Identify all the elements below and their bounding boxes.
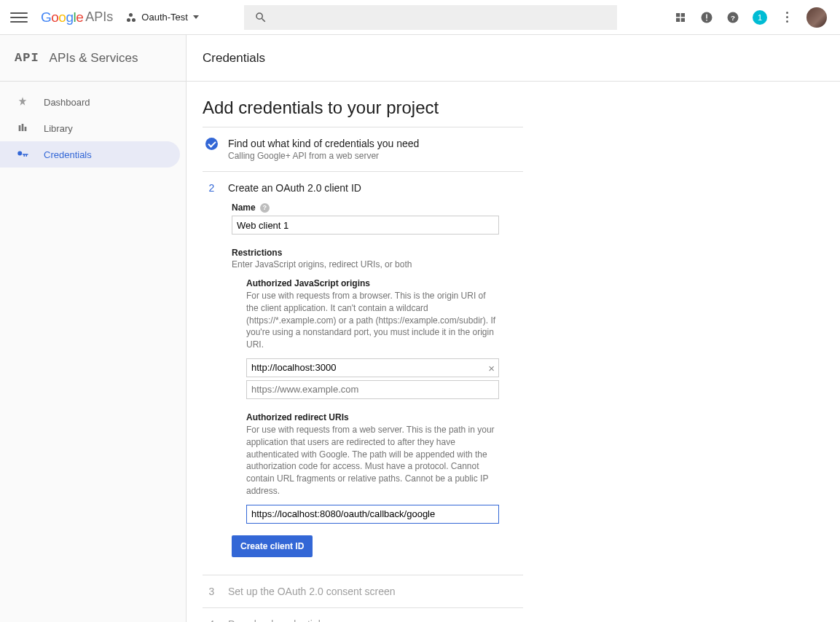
close-icon[interactable]: × xyxy=(488,362,495,374)
google-apis-logo[interactable]: Google APIs xyxy=(41,9,113,25)
check-icon xyxy=(205,138,218,150)
step-2-number: 2 xyxy=(205,182,218,194)
step-3-number: 3 xyxy=(205,586,218,597)
library-icon xyxy=(16,122,29,135)
redirect-label: Authorized redirect URIs xyxy=(246,412,520,422)
help-icon[interactable]: ? xyxy=(726,11,739,24)
sidebar-title: APIs & Services xyxy=(50,51,138,66)
step-3[interactable]: 3 Set up the OAuth 2.0 consent screen xyxy=(203,575,523,608)
svg-rect-2 xyxy=(706,20,707,21)
restrictions-help: Enter JavaScript origins, redirect URIs,… xyxy=(232,259,520,269)
notifications-badge[interactable]: 1 xyxy=(753,10,767,25)
page-header: Credentials xyxy=(187,35,840,82)
page-title: Credentials xyxy=(203,51,265,66)
search-icon xyxy=(254,11,267,24)
js-origins-help: For use with requests from a browser. Th… xyxy=(246,290,499,351)
sidebar-item-dashboard[interactable]: Dashboard xyxy=(0,89,186,115)
alert-icon[interactable] xyxy=(700,11,713,24)
page-heading: Add credentials to your project xyxy=(203,98,824,118)
js-origin-input-empty[interactable] xyxy=(246,380,499,399)
step-1-subtitle: Calling Google+ API from a web server xyxy=(228,151,419,161)
gift-icon[interactable] xyxy=(674,11,687,24)
credential-wizard: Find out what kind of credentials you ne… xyxy=(203,127,523,622)
sidebar-header: API APIs & Services xyxy=(0,35,186,82)
name-input[interactable] xyxy=(232,216,499,235)
more-icon[interactable] xyxy=(780,12,793,23)
search-input[interactable] xyxy=(244,5,617,30)
step-2-title: Create an OAuth 2.0 client ID xyxy=(228,182,361,194)
sidebar: API APIs & Services Dashboard Library Cr… xyxy=(0,35,187,622)
project-icon xyxy=(126,12,136,23)
content-area: Credentials Add credentials to your proj… xyxy=(187,35,840,622)
step-2: 2 Create an OAuth 2.0 client ID Name ? R… xyxy=(203,172,523,575)
create-client-id-button[interactable]: Create client ID xyxy=(232,535,313,557)
name-label: Name xyxy=(232,202,256,213)
redirect-input[interactable] xyxy=(246,505,499,524)
step-4-number: 4 xyxy=(205,618,218,622)
restrictions-label: Restrictions xyxy=(232,248,520,258)
sidebar-item-credentials[interactable]: Credentials xyxy=(0,141,180,168)
js-origin-input[interactable] xyxy=(246,358,499,377)
svg-text:?: ? xyxy=(731,13,735,21)
dashboard-icon xyxy=(16,95,29,109)
step-4[interactable]: 4 Download credentials xyxy=(203,608,523,622)
help-icon[interactable]: ? xyxy=(260,203,270,213)
js-origins-label: Authorized JavaScript origins xyxy=(246,278,520,288)
sidebar-item-label: Library xyxy=(44,123,73,134)
api-icon: API xyxy=(15,51,39,65)
menu-icon[interactable] xyxy=(10,9,28,26)
key-icon xyxy=(16,148,29,161)
chevron-down-icon xyxy=(193,15,199,19)
avatar[interactable] xyxy=(806,7,827,28)
sidebar-item-library[interactable]: Library xyxy=(0,115,186,141)
top-header: Google APIs Oauth-Test ? 1 xyxy=(0,0,840,35)
project-name: Oauth-Test xyxy=(141,12,188,23)
step-3-title: Set up the OAuth 2.0 consent screen xyxy=(228,586,396,597)
svg-rect-1 xyxy=(706,14,707,18)
apis-label: APIs xyxy=(85,9,113,25)
step-1-title: Find out what kind of credentials you ne… xyxy=(228,138,419,149)
sidebar-item-label: Dashboard xyxy=(44,97,90,108)
redirect-help: For use with requests from a web server.… xyxy=(246,424,499,497)
step-1: Find out what kind of credentials you ne… xyxy=(203,127,523,172)
project-selector[interactable]: Oauth-Test xyxy=(126,12,199,23)
sidebar-item-label: Credentials xyxy=(44,149,92,160)
step-4-title: Download credentials xyxy=(228,618,326,622)
